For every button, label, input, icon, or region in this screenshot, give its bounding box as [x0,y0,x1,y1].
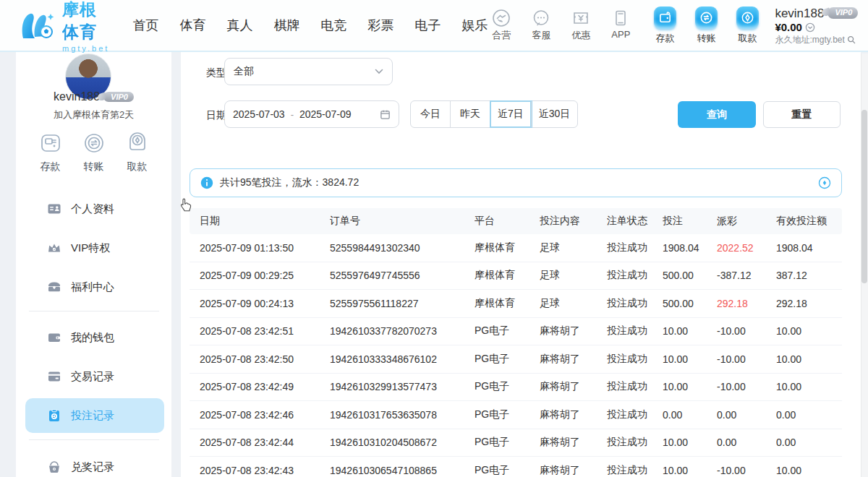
nav-home[interactable]: 首页 [132,17,158,34]
cell-order-number: 5255975561118227 [330,298,475,309]
cell-bet-amount: 500.00 [663,270,717,281]
sidebar-username: kevin188 [54,90,100,103]
site-logo[interactable]: 摩根体育 mgty.bet [19,0,109,53]
table-row[interactable]: 2025-07-08 23:42:49 1942610329913577473 … [190,374,842,402]
type-select-value: 全部 [234,65,254,78]
sidebar-item-prize-records[interactable]: 兑奖记录 [25,450,164,477]
sidebar-item-vip[interactable]: VIP特权 [25,231,164,265]
cell-bet-amount: 10.00 [663,437,717,448]
sidebar-item-profile[interactable]: 个人资料 [25,192,164,226]
cell-valid-bet: 1908.04 [776,242,842,254]
cell-valid-bet: 10.00 [776,381,842,392]
sidebar-withdraw-button[interactable]: 取款 [124,130,150,173]
type-select[interactable]: 全部 [224,58,393,85]
table-row[interactable]: 2025-07-08 23:42:43 1942610306547108865 … [190,457,842,477]
cell-date: 2025-07-08 23:42:49 [200,381,330,392]
sidebar-item-vip-label: VIP特权 [71,241,110,255]
header-quick-links: 合营 客服 [488,9,634,42]
balance-dropdown-icon[interactable] [805,22,815,33]
table-row[interactable]: 2025-07-08 23:42:50 1942610333348676102 … [190,345,842,374]
transfer-button[interactable]: 转账 [692,7,720,45]
app-download-link[interactable]: APP [607,9,634,42]
quick-range-button[interactable]: 近30日 [532,101,578,127]
sidebar-deposit-label: 存款 [41,160,61,173]
table-row[interactable]: 2025-07-08 23:42:51 1942610337782070273 … [190,318,842,346]
support-link[interactable]: 客服 [527,9,555,42]
logo-subtitle: mgty.bet [62,44,109,53]
deposit-button[interactable]: 存款 [650,7,679,45]
cell-platform: PG电子 [475,380,540,393]
withdraw-icon [736,7,759,29]
table-body: 2025-07-09 01:13:50 5255984491302340 摩根体… [190,234,842,477]
nav-sports[interactable]: 体育 [179,17,205,34]
promo-label: 优惠 [571,29,590,42]
sidebar-item-wallet[interactable]: 我的钱包 [25,320,164,355]
cell-valid-bet: 0.00 [776,409,842,421]
col-status: 注单状态 [607,215,663,228]
cell-status: 投注成功 [607,408,663,421]
nav-live-casino[interactable]: 真人 [226,17,252,34]
cell-bet-content: 麻将胡了 [540,436,607,449]
table-row[interactable]: 2025-07-09 01:13:50 5255984491302340 摩根体… [190,234,842,262]
sidebar-deposit-button[interactable]: 存款 [38,130,64,173]
menu-divider-1 [29,311,159,311]
withdraw-button[interactable]: 取款 [733,7,762,45]
sidebar-item-welfare-label: 福利中心 [71,280,114,294]
cell-bet-amount: 0.00 [663,409,717,421]
quick-range-button[interactable]: 昨天 [451,101,490,127]
header-username: kevin188 [775,6,824,21]
main-nav: 首页 体育 真人 棋牌 电竞 彩票 电子 娱乐 [132,17,488,34]
promo-link[interactable]: 优惠 [567,9,595,42]
date-range-picker[interactable]: 2025-07-03 - 2025-07-09 [224,100,399,128]
table-row[interactable]: 2025-07-09 00:24:13 5255975561118227 摩根体… [190,290,842,318]
nav-board-games[interactable]: 棋牌 [273,17,299,34]
table-row[interactable]: 2025-07-08 23:42:46 1942610317653635078 … [190,401,842,429]
nav-lottery[interactable]: 彩票 [367,17,393,34]
permanent-address: 永久地址:mgty.bet [775,35,844,46]
cell-bet-content: 麻将胡了 [540,353,607,366]
cell-bet-content: 麻将胡了 [540,408,607,421]
quick-range-button[interactable]: 今日 [411,101,451,127]
cell-valid-bet: 10.00 [776,465,842,476]
cell-payout: 0.00 [717,437,776,448]
top-header: 摩根体育 mgty.bet 首页 体育 真人 棋牌 电竞 彩票 电子 娱乐 合营 [0,0,868,52]
crown-icon [47,241,61,255]
deposit-outline-icon [38,130,64,156]
cell-valid-bet: 10.00 [776,353,842,365]
nav-esports[interactable]: 电竞 [320,17,346,34]
table-row[interactable]: 2025-07-08 23:42:44 1942610310204508672 … [190,429,842,457]
sidebar-item-transactions-label: 交易记录 [71,370,114,384]
gift-basket-icon [47,460,61,474]
sidebar-item-bet-records[interactable]: 投注记录 [25,398,164,433]
quick-range-button[interactable]: 近7日 [490,101,532,127]
quick-date-ranges: 今日 昨天 近7日 近30日 [410,100,578,128]
table-header-row: 日期 订单号 平台 投注内容 注单状态 投注 派彩 有效投注额 [190,208,842,234]
bet-records-icon [47,408,61,423]
table-row[interactable]: 2025-07-09 00:29:25 5255976497745556 摩根体… [190,262,842,291]
page-scrollbar-track[interactable] [861,53,868,477]
magnifier-icon[interactable] [847,35,856,44]
vip-badge: VIP0 [827,7,858,19]
cell-bet-content: 足球 [540,297,607,310]
nav-entertainment[interactable]: 娱乐 [461,17,488,34]
nav-slots[interactable]: 电子 [414,17,441,34]
search-button[interactable]: 查询 [678,101,756,128]
sidebar-item-transactions[interactable]: 交易记录 [25,359,164,394]
mobile-app-icon [611,9,630,27]
cell-payout: -10.00 [717,325,776,337]
cell-order-number: 1942610337782070273 [330,325,475,337]
support-label: 客服 [532,29,550,42]
header-wallet-actions: 存款 转账 取款 [650,7,762,45]
date-range-separator: - [291,109,294,120]
page-scrollbar-thumb[interactable] [861,110,867,283]
sidebar-transfer-button[interactable]: 转账 [81,130,107,173]
transfer-label: 转账 [697,32,715,45]
col-bet-content: 投注内容 [540,215,607,228]
partner-link[interactable]: 合营 [488,9,515,42]
cell-status: 投注成功 [607,241,663,254]
expand-target-icon[interactable] [818,176,831,189]
col-platform: 平台 [475,215,540,228]
sidebar-item-welfare[interactable]: 福利中心 [25,270,164,304]
reset-button[interactable]: 重置 [763,101,841,128]
sidebar: kevin188 VIP0 加入摩根体育第2天 存款 [16,52,171,477]
